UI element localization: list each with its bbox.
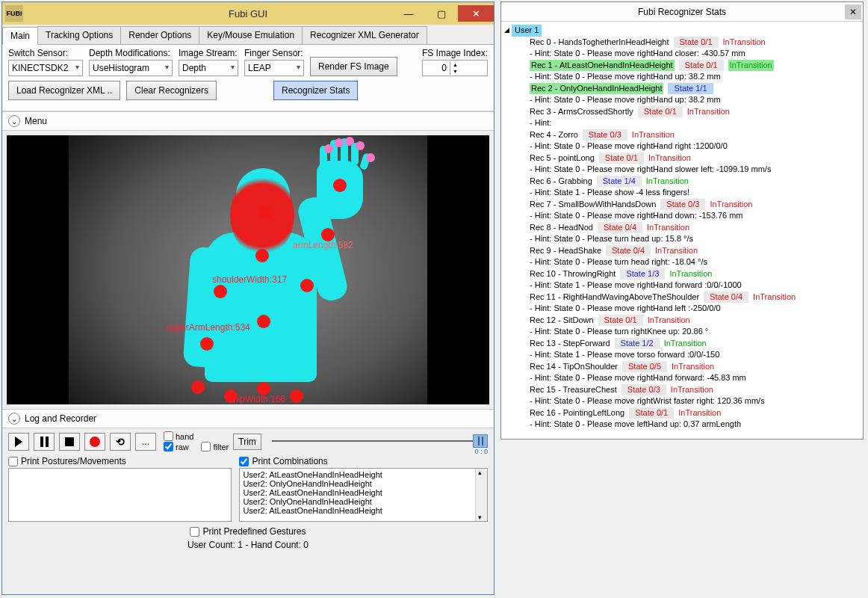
rec-row[interactable]: Rec 13 - StepForwardState 1/2InTransitio… (530, 338, 860, 350)
record-button[interactable] (84, 433, 105, 451)
state-badge: State 0/4 (598, 222, 642, 234)
rec-name: Rec 7 - SmallBowWithHandsDown (530, 199, 656, 211)
print-combinations-checkbox[interactable] (239, 457, 249, 466)
minimize-button[interactable]: — (392, 5, 425, 22)
transition-label: InTransition (671, 384, 713, 396)
clear-recognizers-button[interactable]: Clear Recognizers (126, 81, 217, 100)
spinner-up-icon[interactable]: ▲ (450, 61, 460, 68)
print-combinations-label: Print Combinations (252, 456, 327, 466)
transition-label: InTransition (678, 407, 721, 419)
rec-row[interactable]: Rec 9 - HeadShakeState 0/4InTransition (530, 245, 860, 257)
hint-line: - Hint: State 0 - Please move leftHand u… (530, 419, 860, 431)
joint (255, 249, 269, 262)
tree-root[interactable]: ◢ User 1 (504, 25, 860, 37)
tab-key-mouse-emulation[interactable]: Key/Mouse Emulation (199, 26, 303, 44)
state-badge: State 0/3 (583, 129, 627, 141)
combinations-textbox[interactable]: User2: AtLeastOneHandInHeadHeight User2:… (239, 468, 488, 522)
hint-line: - Hint: State 0 - Please turn head up: 1… (530, 233, 860, 245)
timeline-slider[interactable]: 0 : 0 (272, 433, 488, 451)
rec-row[interactable]: Rec 5 - pointLongState 0/1InTransition (530, 152, 860, 164)
postures-textbox[interactable] (8, 468, 232, 522)
filter-checkbox[interactable]: filter (201, 442, 229, 451)
rec-name: Rec 15 - TreasureChest (530, 384, 617, 396)
transition-label: InTransition (646, 176, 689, 188)
stats-body: ◢ User 1 Rec 0 - HandsToghetherInHeadHei… (501, 22, 863, 437)
rec-row[interactable]: Rec 4 - ZorroState 0/3InTransition (530, 129, 860, 141)
tab-render-options[interactable]: Render Options (120, 26, 199, 44)
rec-row[interactable]: Rec 12 - SitDownState 0/1InTransition (530, 315, 860, 327)
rec-name: Rec 2 - OnlyOneHandInHeadHeight (530, 83, 663, 95)
stats-titlebar[interactable]: Fubi Recognizer Stats ✕ (501, 2, 863, 22)
render-fs-image-button[interactable]: Render FS Image (310, 57, 397, 76)
pause-button[interactable] (34, 433, 55, 451)
hint-line: - Hint: (530, 117, 860, 129)
transition-label: InTransition (669, 268, 712, 280)
maximize-button[interactable]: ▢ (425, 5, 458, 22)
rec-row[interactable]: Rec 15 - TreasureChestState 0/3InTransit… (530, 384, 860, 396)
state-badge: State 0/3 (660, 199, 705, 211)
rec-name: Rec 3 - ArmsCrossedShortly (530, 106, 633, 118)
rec-row[interactable]: Rec 1 - AtLeastOneHandInHeadHeightState … (530, 60, 860, 72)
play-button[interactable] (8, 433, 29, 451)
tab-tracking-options[interactable]: Tracking Options (37, 26, 121, 44)
upper-arm-label: upperArmLength:534 (166, 322, 250, 333)
trim-button[interactable]: Trim (233, 434, 261, 450)
more-button[interactable]: ... (135, 433, 156, 451)
rec-name: Rec 4 - Zorro (530, 129, 578, 141)
spinner-down-icon[interactable]: ▼ (450, 68, 460, 75)
image-stream-group: Image Stream: Depth (179, 48, 238, 76)
switch-sensor-combo[interactable]: KINECTSDK2 (8, 60, 83, 76)
transition-label: InTransition (647, 222, 689, 234)
stop-button[interactable] (59, 433, 80, 451)
rec-row[interactable]: Rec 11 - RightHandWavingAboveTheShoulder… (530, 292, 860, 303)
loop-button[interactable]: ⟲ (110, 433, 131, 451)
state-badge: State 0/1 (679, 60, 724, 72)
fs-index-label: FS Image Index: (422, 48, 488, 58)
tab-recognizer-xml-generator[interactable]: Recognizer XML Generator (302, 26, 427, 44)
finger-sensor-combo[interactable]: LEAP (244, 60, 304, 76)
rec-row[interactable]: Rec 2 - OnlyOneHandInHeadHeightState 1/1 (530, 83, 860, 95)
joint (257, 315, 270, 328)
recognizer-stats-button[interactable]: Recognizer Stats (273, 81, 358, 100)
transition-label: InTransition (648, 315, 690, 327)
log-expander-label: Log and Recorder (25, 413, 96, 424)
rec-name: Rec 13 - StepForward (530, 338, 610, 350)
rec-row[interactable]: Rec 8 - HeadNodState 0/4InTransition (530, 222, 860, 234)
rec-row[interactable]: Rec 3 - ArmsCrossedShortlyState 0/1InTra… (530, 106, 860, 118)
hand-checkbox[interactable]: hand (164, 431, 193, 441)
rec-row[interactable]: Rec 16 - PointingLeftLongState 0/1InTran… (530, 407, 860, 419)
print-postures-checkbox[interactable] (8, 457, 18, 466)
state-badge: State 1/1 (668, 83, 713, 95)
fingertip (356, 141, 365, 150)
tab-main[interactable]: Main (2, 27, 38, 45)
rec-row[interactable]: Rec 6 - GrabbingState 1/4InTransition (530, 176, 860, 188)
image-stream-combo[interactable]: Depth (179, 60, 238, 76)
chevron-down-icon: ⌄ (8, 115, 20, 127)
menu-expander[interactable]: ⌄ Menu (2, 111, 494, 131)
scrollbar[interactable] (475, 469, 487, 521)
rec-name: Rec 0 - HandsToghetherInHeadHeight (530, 37, 669, 49)
depth-mod-combo[interactable]: UseHistogram (89, 60, 173, 76)
hand-checkbox-label: hand (176, 432, 193, 441)
rec-name: Rec 8 - HeadNod (530, 222, 593, 234)
tree-collapse-icon[interactable]: ◢ (504, 25, 509, 37)
fs-index-spinner[interactable]: ▲▼ (422, 60, 488, 76)
loop-icon: ⟲ (116, 436, 125, 448)
titlebar[interactable]: FUBI Fubi GUI — ▢ ✕ (2, 2, 494, 25)
fs-index-input[interactable] (423, 61, 450, 75)
load-recognizer-xml-button[interactable]: Load Recognizer XML .. (8, 81, 120, 100)
rec-row[interactable]: Rec 0 - HandsToghetherInHeadHeightState … (530, 37, 860, 49)
log-expander[interactable]: ⌄ Log and Recorder (2, 409, 494, 428)
close-button[interactable]: ✕ (458, 5, 494, 22)
rec-row[interactable]: Rec 7 - SmallBowWithHandsDownState 0/3In… (530, 199, 860, 211)
rec-row[interactable]: Rec 14 - TipOnShoulderState 0/5InTransit… (530, 361, 860, 373)
main-window: FUBI Fubi GUI — ▢ ✕ Main Tracking Option… (1, 1, 495, 595)
rec-name: Rec 11 - RightHandWavingAboveTheShoulder (530, 292, 699, 303)
print-predefined-checkbox[interactable] (190, 527, 199, 537)
slider-values: 0 : 0 (474, 448, 488, 455)
rec-row[interactable]: Rec 10 - ThrowingRightState 1/3InTransit… (530, 268, 860, 280)
hint-line: - Hint: State 0 - Please move rightHand … (530, 210, 860, 222)
hint-line: - Hint: State 0 - Please move rightWrist… (530, 395, 860, 407)
slider-handle[interactable] (473, 434, 488, 448)
raw-checkbox[interactable]: raw (164, 442, 193, 451)
